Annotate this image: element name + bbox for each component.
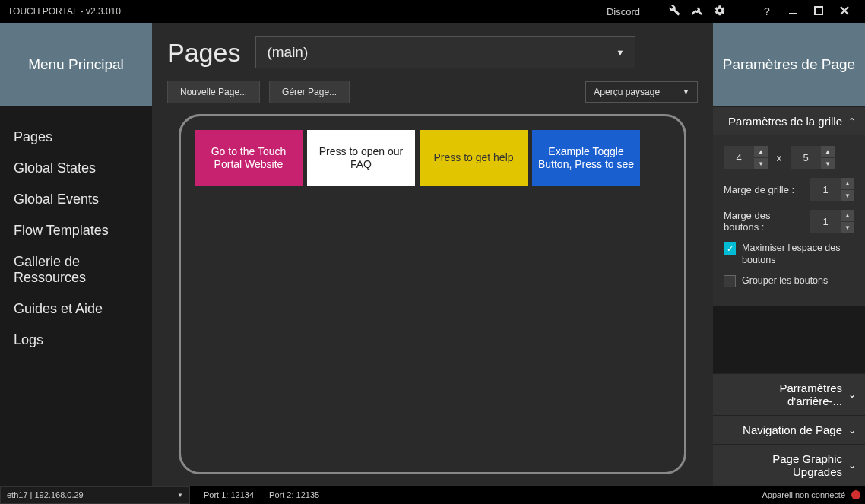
- arrow-down-icon[interactable]: ▼: [841, 189, 854, 201]
- svg-rect-1: [815, 7, 822, 14]
- arrow-down-icon[interactable]: ▼: [841, 221, 854, 233]
- button-margin-spinner[interactable]: 1 ▲▼: [810, 210, 854, 233]
- section-grid-settings[interactable]: Paramètres de la grille ⌃: [713, 106, 865, 135]
- wrench-icon[interactable]: [663, 5, 686, 18]
- grid-margin-value: 1: [810, 178, 841, 201]
- close-icon[interactable]: [832, 5, 857, 17]
- grid-button-example-toggle[interactable]: Example Toggle Button, Press to see: [532, 130, 640, 186]
- center-panel: Pages (main) ▼ Nouvelle Page... Gérer Pa…: [152, 23, 713, 486]
- section-background-settings[interactable]: Parramètres d'arrière-... ⌄: [713, 373, 865, 415]
- grid-button-website[interactable]: Go to the Touch Portal Website: [195, 130, 303, 186]
- discord-link[interactable]: Discord: [607, 6, 640, 17]
- chevron-up-icon: ⌃: [848, 116, 856, 127]
- arrow-up-icon[interactable]: ▲: [754, 146, 768, 157]
- page-title: Pages: [167, 38, 240, 68]
- chevron-down-icon: ⌄: [848, 460, 856, 471]
- status-bar: eth17 | 192.168.0.29 ▼ Port 1: 12134 Por…: [0, 486, 865, 504]
- tools-icon[interactable]: [686, 5, 708, 18]
- manage-page-button[interactable]: Gérer Page...: [269, 81, 350, 103]
- chevron-down-icon: ⌄: [848, 425, 856, 436]
- group-buttons-checkbox[interactable]: [724, 275, 736, 287]
- grid-button-faq[interactable]: Press to open our FAQ: [307, 130, 415, 186]
- minimize-icon[interactable]: [780, 5, 806, 17]
- sidebar-item-logs[interactable]: Logs: [14, 325, 152, 356]
- app-title: TOUCH PORTAL - v2.3.010: [8, 6, 121, 17]
- gear-icon[interactable]: [708, 5, 731, 19]
- page-select-value: (main): [267, 44, 308, 61]
- chevron-down-icon: ⌄: [848, 389, 856, 400]
- grid-settings-panel: 4 ▲▼ x 5 ▲▼ Marge de grille : 1 ▲▼ Marge…: [713, 135, 865, 306]
- sidebar-item-flow-templates[interactable]: Flow Templates: [14, 215, 152, 246]
- grid-cols-spinner[interactable]: 4 ▲▼: [724, 146, 768, 169]
- chevron-down-icon: ▼: [616, 48, 625, 57]
- grid-rows-value: 5: [791, 146, 821, 169]
- x-separator: x: [774, 152, 784, 163]
- sidebar-item-resource-gallery[interactable]: Gallerie de Ressources: [14, 246, 152, 293]
- connection-status-dot: [851, 490, 860, 499]
- device-preview-frame: Go to the Touch Portal Website Press to …: [179, 114, 686, 474]
- port1-label: Port 1: 12134: [204, 490, 254, 499]
- arrow-down-icon[interactable]: ▼: [754, 157, 768, 169]
- sidebar-header: Menu Principal: [0, 23, 152, 106]
- right-header: Paramètres de Page: [713, 23, 865, 106]
- network-interface-dropdown[interactable]: eth17 | 192.168.0.29 ▼: [0, 486, 190, 504]
- sidebar-item-guides-help[interactable]: Guides et Aide: [14, 293, 152, 325]
- grid-button-help[interactable]: Press to get help: [420, 130, 528, 186]
- button-margin-value: 1: [810, 210, 841, 233]
- section-page-navigation[interactable]: Navigation de Page ⌄: [713, 415, 865, 444]
- preview-mode-dropdown[interactable]: Aperçu paysage ▼: [585, 81, 698, 103]
- sidebar-right: Paramètres de Page Paramètres de la gril…: [713, 23, 865, 486]
- maximize-space-checkbox[interactable]: ✓: [724, 242, 736, 255]
- arrow-down-icon[interactable]: ▼: [821, 157, 835, 169]
- connection-status-label: Appareil non connecté: [762, 490, 845, 499]
- maximize-icon[interactable]: [806, 5, 832, 17]
- arrow-up-icon[interactable]: ▲: [821, 146, 835, 157]
- section-graphic-upgrades[interactable]: Page Graphic Upgrades ⌄: [713, 444, 865, 486]
- maximize-space-label: Maximiser l'espace des boutons: [742, 242, 854, 267]
- arrow-up-icon[interactable]: ▲: [841, 178, 854, 189]
- network-interface-value: eth17 | 192.168.0.29: [7, 490, 84, 499]
- grid-cols-value: 4: [724, 146, 754, 169]
- sidebar-item-pages[interactable]: Pages: [14, 122, 152, 153]
- svg-rect-0: [789, 13, 797, 14]
- chevron-down-icon: ▼: [683, 88, 689, 96]
- title-bar: TOUCH PORTAL - v2.3.010 Discord ?: [0, 0, 865, 23]
- help-icon[interactable]: ?: [754, 5, 780, 17]
- sidebar-left: Menu Principal Pages Global States Globa…: [0, 23, 152, 486]
- page-select-dropdown[interactable]: (main) ▼: [255, 36, 635, 68]
- new-page-button[interactable]: Nouvelle Page...: [167, 81, 260, 103]
- button-margin-label: Marge des boutons :: [724, 210, 804, 233]
- port2-label: Port 2: 12135: [269, 490, 319, 499]
- arrow-up-icon[interactable]: ▲: [841, 210, 854, 221]
- grid-rows-spinner[interactable]: 5 ▲▼: [791, 146, 835, 169]
- grid-margin-label: Marge de grille :: [724, 184, 804, 195]
- grid-margin-spinner[interactable]: 1 ▲▼: [810, 178, 854, 201]
- sidebar-item-global-events[interactable]: Global Events: [14, 184, 152, 215]
- sidebar-item-global-states[interactable]: Global States: [14, 153, 152, 184]
- preview-mode-value: Aperçu paysage: [594, 87, 660, 97]
- group-buttons-label: Grouper les boutons: [742, 274, 828, 287]
- chevron-down-icon: ▼: [177, 492, 183, 499]
